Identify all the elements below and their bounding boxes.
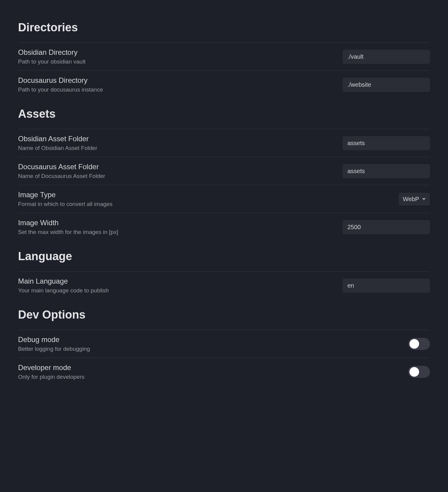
image-width-input[interactable] <box>343 220 430 234</box>
section-heading-language: Language <box>18 250 430 263</box>
setting-desc: Set the max width for the images in [px] <box>18 229 337 235</box>
toggle-knob <box>409 339 419 349</box>
setting-main-language: Main Language Your main language code to… <box>18 271 430 299</box>
setting-title: Docusaurus Asset Folder <box>18 163 337 171</box>
docusaurus-directory-input[interactable] <box>343 78 430 92</box>
setting-debug-mode: Debug mode Better logging for debugging <box>18 330 430 358</box>
setting-docusaurus-directory: Docusaurus Directory Path to your docusa… <box>18 70 430 98</box>
section-heading-directories: Directories <box>18 21 430 34</box>
setting-title: Docusaurus Directory <box>18 76 337 85</box>
debug-mode-toggle[interactable] <box>408 338 430 350</box>
setting-desc: Better logging for debugging <box>18 346 402 352</box>
setting-obsidian-directory: Obsidian Directory Path to your obsidian… <box>18 42 430 70</box>
setting-title: Developer mode <box>18 363 402 372</box>
setting-title: Main Language <box>18 277 337 285</box>
setting-desc: Path to your docusaurus instance <box>18 86 337 93</box>
section-heading-dev-options: Dev Options <box>18 308 430 321</box>
setting-docusaurus-asset-folder: Docusaurus Asset Folder Name of Docusaur… <box>18 157 430 185</box>
setting-title: Image Type <box>18 191 393 199</box>
setting-obsidian-asset-folder: Obsidian Asset Folder Name of Obsidian A… <box>18 129 430 157</box>
main-language-input[interactable] <box>343 279 430 293</box>
chevron-down-icon <box>422 198 426 200</box>
setting-desc: Format in which to convert all images <box>18 201 393 207</box>
setting-developer-mode: Developer mode Only for plugin developer… <box>18 358 430 386</box>
setting-title: Debug mode <box>18 335 402 344</box>
developer-mode-toggle[interactable] <box>408 366 430 378</box>
setting-desc: Your main language code to publish <box>18 287 337 294</box>
obsidian-asset-folder-input[interactable] <box>343 136 430 150</box>
obsidian-directory-input[interactable] <box>343 50 430 64</box>
image-type-select[interactable]: WebP <box>399 193 430 206</box>
setting-image-type: Image Type Format in which to convert al… <box>18 185 430 213</box>
docusaurus-asset-folder-input[interactable] <box>343 164 430 178</box>
section-heading-assets: Assets <box>18 107 430 120</box>
select-value: WebP <box>403 196 419 203</box>
setting-desc: Name of Docusaurus Asset Folder <box>18 173 337 179</box>
toggle-knob <box>409 367 419 377</box>
setting-desc: Path to your obsidian vault <box>18 58 337 65</box>
setting-title: Image Width <box>18 219 337 227</box>
setting-title: Obsidian Directory <box>18 48 337 57</box>
setting-title: Obsidian Asset Folder <box>18 135 337 143</box>
setting-image-width: Image Width Set the max width for the im… <box>18 213 430 241</box>
setting-desc: Name of Obsidian Asset Folder <box>18 145 337 151</box>
setting-desc: Only for plugin developers <box>18 374 402 380</box>
